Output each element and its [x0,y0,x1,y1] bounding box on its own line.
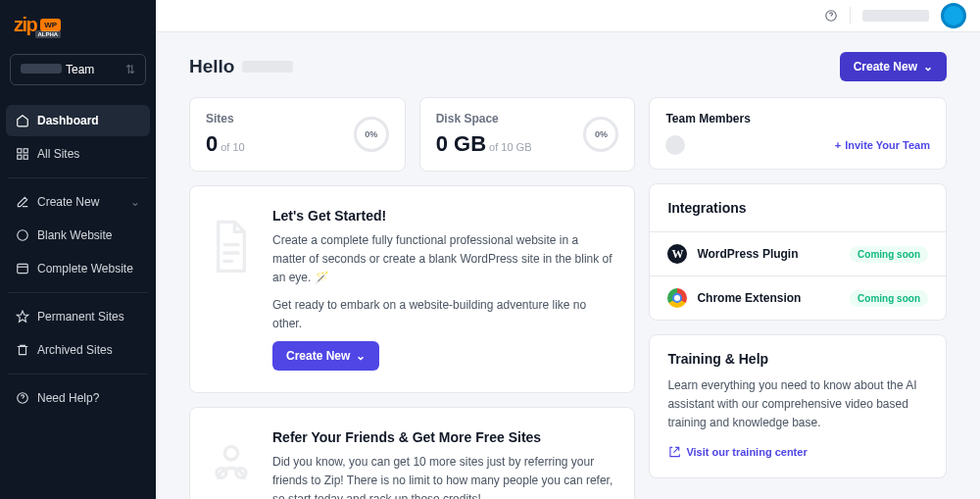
refer-card: Refer Your Friends & Get More Free Sites… [189,407,635,499]
team-label: Team [66,63,94,76]
create-new-button[interactable]: Create New ⌄ [840,52,947,81]
stat-disk-of: of 10 GB [489,141,531,153]
sidebar-permanent-label: Permanent Sites [37,310,124,324]
help-circle-icon[interactable] [824,9,838,23]
chrome-icon [667,288,687,308]
coming-soon-badge: Coming soon [850,246,928,263]
help-icon [16,391,29,405]
integration-chrome: Chrome Extension Coming soon [650,275,946,320]
users-icon [212,429,255,499]
integration-chrome-label: Chrome Extension [697,291,801,305]
stat-disk-pct: 0% [595,129,608,139]
chevron-down-icon: ⌄ [923,60,933,74]
stat-sites-of: of 10 [220,141,244,153]
sidebar-item-archived-sites[interactable]: Archived Sites [6,334,150,366]
integrations-card: Integrations W WordPress Plugin Coming s… [649,183,947,321]
help-card: Training & Help Learn everything you nee… [649,334,947,478]
stat-sites-card: Sites 0of 10 0% [189,97,406,172]
coming-soon-badge: Coming soon [850,290,928,307]
sidebar-item-create-new[interactable]: Create New ⌄ [6,186,150,218]
invite-team-label: Invite Your Team [845,139,930,151]
user-avatar[interactable] [941,3,966,28]
star-icon [16,310,29,324]
chevron-down-icon: ⌄ [130,195,140,209]
wordpress-icon [16,228,29,242]
svg-rect-0 [18,149,22,153]
stat-sites-label: Sites [206,112,245,125]
sidebar-item-complete-website[interactable]: Complete Website [6,253,150,284]
logo-zip: zip [14,14,36,36]
topbar-redacted [862,10,929,22]
document-icon [212,208,255,371]
trash-icon [16,343,29,357]
content: Hello Create New ⌄ Sites 0of 10 [156,32,980,499]
sidebar-item-all-sites[interactable]: All Sites [6,138,150,170]
svg-point-9 [224,447,237,460]
sidebar-blank-label: Blank Website [37,228,112,242]
get-started-text1: Create a complete fully functional profe… [272,231,612,288]
team-member-avatar [665,135,685,155]
stat-disk-label: Disk Space [436,112,532,125]
main: Hello Create New ⌄ Sites 0of 10 [156,0,980,499]
help-title: Training & Help [667,351,928,367]
home-icon [16,114,29,127]
team-title: Team Members [665,112,930,125]
plus-icon: + [835,139,841,151]
topbar [156,0,980,32]
svg-rect-2 [18,155,22,159]
create-new-cta-button[interactable]: Create New ⌄ [272,341,379,371]
layout-icon [16,262,29,275]
logo-wp-badge: WPALPHA [40,19,61,31]
team-selector[interactable]: Team ⇅ [10,54,146,85]
refer-text: Did you know, you can get 10 more sites … [272,453,612,499]
svg-rect-5 [18,264,28,273]
get-started-text2: Get ready to embark on a website-buildin… [272,296,612,333]
grid-icon [16,147,29,161]
edit-icon [16,195,29,209]
integration-wp-label: WordPress Plugin [697,247,798,261]
stat-disk-value: 0 GB [436,131,486,156]
get-started-title: Let's Get Started! [272,208,612,224]
wordpress-icon: W [667,244,687,264]
logo-alpha-badge: ALPHA [35,30,62,38]
sidebar: zip WPALPHA Team ⇅ Dashboard All Sites C… [0,0,156,499]
get-started-card: Let's Get Started! Create a complete ful… [189,185,635,393]
training-center-link[interactable]: Visit our training center [667,445,807,459]
stat-disk-ring: 0% [583,117,618,152]
svg-rect-1 [24,149,27,153]
chevron-down-icon: ⌄ [356,349,366,363]
sidebar-item-need-help[interactable]: Need Help? [6,382,150,414]
hello-text: Hello [189,56,234,77]
sidebar-item-permanent-sites[interactable]: Permanent Sites [6,301,150,332]
topbar-divider [850,7,851,25]
create-new-label: Create New [854,60,917,74]
invite-team-link[interactable]: + Invite Your Team [835,139,930,151]
chevron-up-down-icon: ⇅ [125,63,135,76]
svg-point-4 [18,230,28,241]
sidebar-dashboard-label: Dashboard [37,114,99,127]
integrations-title: Integrations [667,200,928,216]
integration-wordpress: W WordPress Plugin Coming soon [650,231,946,275]
svg-rect-3 [24,155,27,159]
hello-redacted [242,61,293,73]
stat-sites-pct: 0% [365,129,377,139]
sidebar-item-dashboard[interactable]: Dashboard [6,105,150,136]
sidebar-complete-label: Complete Website [37,262,133,275]
logo: zip WPALPHA [6,10,150,46]
stat-sites-ring: 0% [354,117,389,152]
help-text: Learn everything you need to know about … [667,376,928,433]
page-title: Hello [189,56,293,77]
sidebar-item-blank-website[interactable]: Blank Website [6,220,150,251]
sidebar-all-sites-label: All Sites [37,147,79,161]
sidebar-nav: Dashboard All Sites Create New ⌄ Blank W… [6,103,150,416]
team-card: Team Members + Invite Your Team [649,97,947,170]
sidebar-need-help-label: Need Help? [37,391,99,405]
sidebar-create-new-label: Create New [37,195,99,209]
sidebar-archived-label: Archived Sites [37,343,113,357]
refer-title: Refer Your Friends & Get More Free Sites [272,429,612,445]
stat-sites-value: 0 [206,131,218,156]
stat-disk-card: Disk Space 0 GBof 10 GB 0% [419,97,636,172]
page-head: Hello Create New ⌄ [189,52,947,81]
external-link-icon [667,445,681,459]
help-link-label: Visit our training center [686,446,807,458]
